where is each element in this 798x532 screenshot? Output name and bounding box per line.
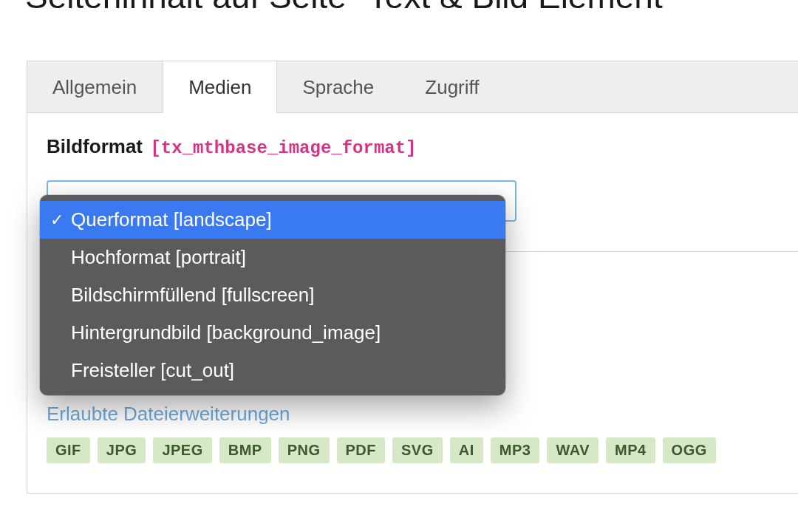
field-header: Bildformat [tx_mthbase_image_format] bbox=[47, 135, 798, 158]
ext-badge: JPG bbox=[98, 437, 146, 463]
image-format-dropdown[interactable]: ✓ Querformat [landscape] Hochformat [por… bbox=[40, 195, 505, 395]
field-tech-name: [tx_mthbase_image_format] bbox=[150, 138, 416, 158]
dropdown-item-label: Hintergrundbild [background_image] bbox=[71, 321, 381, 344]
ext-badge: GIF bbox=[47, 437, 90, 463]
dropdown-item-fullscreen[interactable]: Bildschirmfüllend [fullscreen] bbox=[40, 276, 505, 314]
allowed-extensions-label: Erlaubte Dateierweiterungen bbox=[47, 403, 798, 426]
page-title: Seiteninhalt auf Seite "Text & Bild Elem… bbox=[0, 0, 798, 13]
tab-zugriff[interactable]: Zugriff bbox=[400, 61, 505, 112]
ext-badge: MP3 bbox=[491, 437, 540, 463]
tab-medien[interactable]: Medien bbox=[163, 61, 277, 113]
allowed-extensions-badges: GIF JPG JPEG BMP PNG PDF SVG AI MP3 WAV … bbox=[47, 437, 798, 463]
ext-badge: SVG bbox=[392, 437, 443, 463]
tab-bar: Allgemein Medien Sprache Zugriff bbox=[27, 61, 798, 113]
ext-badge: WAV bbox=[547, 437, 598, 463]
dropdown-item-label: Querformat [landscape] bbox=[71, 208, 272, 231]
ext-badge: AI bbox=[450, 437, 483, 463]
tab-sprache[interactable]: Sprache bbox=[277, 61, 400, 112]
dropdown-item-portrait[interactable]: Hochformat [portrait] bbox=[40, 239, 505, 276]
ext-badge: PDF bbox=[337, 437, 386, 463]
dropdown-item-cut-out[interactable]: Freisteller [cut_out] bbox=[40, 352, 505, 389]
ext-badge: BMP bbox=[219, 437, 271, 463]
dropdown-item-label: Bildschirmfüllend [fullscreen] bbox=[71, 284, 314, 307]
dropdown-item-label: Freisteller [cut_out] bbox=[71, 359, 234, 382]
tab-allgemein[interactable]: Allgemein bbox=[27, 61, 163, 112]
dropdown-item-background-image[interactable]: Hintergrundbild [background_image] bbox=[40, 314, 505, 352]
check-icon: ✓ bbox=[50, 211, 71, 230]
dropdown-item-landscape[interactable]: ✓ Querformat [landscape] bbox=[40, 201, 505, 239]
ext-badge: PNG bbox=[279, 437, 330, 463]
ext-badge: OGG bbox=[663, 437, 716, 463]
ext-badge: MP4 bbox=[606, 437, 655, 463]
dropdown-item-label: Hochformat [portrait] bbox=[71, 246, 246, 269]
ext-badge: JPEG bbox=[153, 437, 211, 463]
field-label: Bildformat bbox=[47, 135, 143, 157]
